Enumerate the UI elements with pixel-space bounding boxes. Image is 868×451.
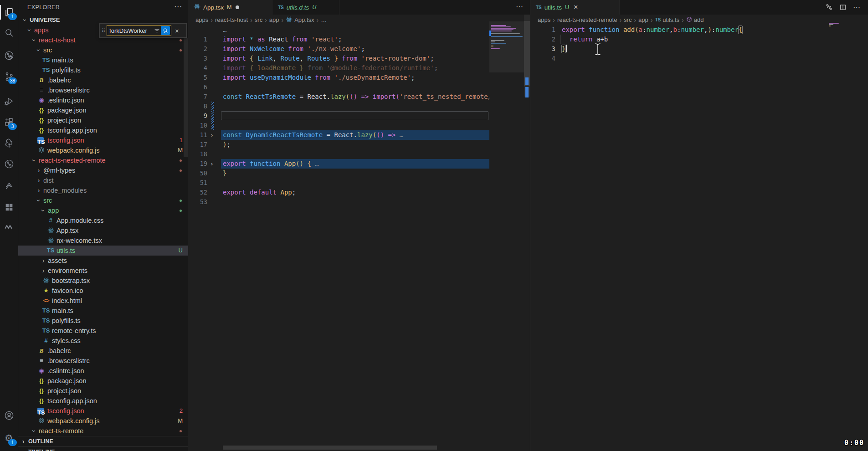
tree-item--browserslistrc[interactable]: ≡.browserslistrc bbox=[18, 85, 188, 95]
activity-item-extensions[interactable]: 3 bbox=[0, 113, 18, 131]
breadcrumb-item-react-ts-nested-remote[interactable]: react-ts-nested-remote bbox=[557, 16, 617, 23]
tree-item-index-html[interactable]: <>index.html bbox=[18, 296, 188, 306]
breadcrumb-item-src[interactable]: src bbox=[624, 16, 632, 23]
badge: 38 bbox=[8, 77, 17, 84]
drag-handle-icon[interactable]: ⠿ bbox=[102, 28, 105, 34]
breadcrumb-item-utils-ts[interactable]: TSutils.ts bbox=[655, 16, 679, 23]
tree-item-utils-ts[interactable]: TSutils.tsU bbox=[18, 246, 188, 256]
activity-item-grid-extension[interactable] bbox=[0, 198, 18, 216]
breadcrumb-item-app[interactable]: app bbox=[638, 16, 648, 23]
editor-scrollbar[interactable] bbox=[524, 21, 530, 86]
breadcrumb-item--[interactable]: … bbox=[321, 16, 327, 23]
tree-item-tsconfig-app-json[interactable]: {}tsconfig.app.json bbox=[18, 396, 188, 406]
tree-item-src[interactable]: ›src bbox=[18, 45, 188, 55]
git-change-dot bbox=[180, 430, 182, 432]
compare-changes-icon[interactable] bbox=[825, 3, 833, 11]
breadcrumb-item-app-tsx[interactable]: App.tsx bbox=[286, 16, 314, 24]
tree-item--mf-types[interactable]: ›@mf-types bbox=[18, 165, 188, 175]
tree-find-input[interactable] bbox=[107, 27, 154, 34]
tree-item-package-json[interactable]: {}package.json bbox=[18, 376, 188, 386]
activity-item-remote-explorer[interactable] bbox=[0, 46, 18, 65]
dirty-indicator-icon[interactable] bbox=[236, 5, 239, 9]
activity-item-git-graph[interactable] bbox=[0, 155, 18, 173]
breadcrumb-item-src[interactable]: src bbox=[255, 16, 262, 23]
breadcrumb-item-app[interactable]: app bbox=[269, 16, 279, 23]
tree-item-project-json[interactable]: {}project.json bbox=[18, 115, 188, 125]
tree-item-app-module-css[interactable]: #App.module.css bbox=[18, 215, 188, 226]
tab-app-tsx[interactable]: App.tsxM bbox=[188, 0, 272, 15]
tree-item-react-ts-remote[interactable]: ›react-ts-remote bbox=[18, 426, 188, 436]
sidebar-more-actions-icon[interactable]: ⋯ bbox=[174, 2, 182, 11]
split-editor-icon[interactable] bbox=[839, 3, 847, 11]
tree-item-tsconfig-json[interactable]: TStsconfig.json1 bbox=[18, 135, 188, 145]
tree-item-environments[interactable]: ›environments bbox=[18, 266, 188, 276]
tree-item-app-tsx[interactable]: App.tsx bbox=[18, 226, 188, 236]
tree-item-package-json[interactable]: {}package.json bbox=[18, 105, 188, 115]
tree-item-project-json[interactable]: {}project.json bbox=[18, 386, 188, 396]
fold-chevron-icon[interactable]: › bbox=[210, 159, 214, 169]
tree-item-dist[interactable]: ›dist bbox=[18, 175, 188, 185]
tree-item-node-modules[interactable]: ›node_modules bbox=[18, 185, 188, 195]
tree-item--eslintrc-json[interactable]: ◉.eslintrc.json bbox=[18, 366, 188, 376]
circle-branch-icon bbox=[4, 159, 15, 169]
tree-item-nx-welcome-tsx[interactable]: nx-welcome.tsx bbox=[18, 236, 188, 246]
tree-item-main-ts[interactable]: TSmain.ts bbox=[18, 306, 188, 316]
code-line-52: 52export default App; bbox=[188, 188, 489, 197]
activity-item-explorer[interactable]: 1 bbox=[0, 3, 18, 21]
tree-item-react-ts-nested-remote[interactable]: ›react-ts-nested-remote bbox=[18, 155, 188, 165]
babel-icon: B bbox=[37, 346, 46, 356]
tree-item--eslintrc-json[interactable]: ◉.eslintrc.json bbox=[18, 95, 188, 105]
tree-item-webpack-config-js[interactable]: webpack.config.jsM bbox=[18, 416, 188, 426]
tree-item-webpack-config-js[interactable]: webpack.config.jsM bbox=[18, 145, 188, 155]
fuzzy-search-toggle-icon[interactable] bbox=[161, 26, 170, 35]
tree-item-bootstrap-tsx[interactable]: bootstrap.tsx bbox=[18, 276, 188, 286]
section-outline[interactable]: ›OUTLINE bbox=[18, 436, 188, 446]
tree-item--babelrc[interactable]: B.babelrc bbox=[18, 346, 188, 356]
tree-item--babelrc[interactable]: B.babelrc bbox=[18, 75, 188, 85]
tree-item-main-ts[interactable]: TSmain.ts bbox=[18, 55, 188, 65]
breadcrumb-item-add[interactable]: add bbox=[686, 16, 704, 24]
tree-item-remote-entry-ts[interactable]: TSremote-entry.ts bbox=[18, 326, 188, 336]
breadcrumb-item-apps[interactable]: apps bbox=[195, 16, 208, 23]
badge: 1 bbox=[8, 13, 17, 20]
code-line-3: 3} bbox=[530, 44, 868, 54]
tree-item-tsconfig-json[interactable]: TStsconfig.json2 bbox=[18, 406, 188, 416]
tree-item-polyfills-ts[interactable]: TSpolyfills.ts bbox=[18, 65, 188, 75]
sidebar-scrollbar[interactable] bbox=[184, 38, 188, 157]
close-icon[interactable]: × bbox=[574, 4, 578, 11]
filter-icon[interactable] bbox=[154, 28, 160, 34]
activity-item-source-control[interactable]: 38 bbox=[0, 67, 18, 86]
code-editor-utils-ts[interactable]: 1export function add(a:number,b:number,)… bbox=[530, 25, 868, 63]
tree-item--browserslistrc[interactable]: ≡.browserslistrc bbox=[18, 356, 188, 366]
tree-item-assets[interactable]: ›assets bbox=[18, 256, 188, 266]
tab-utils-ts[interactable]: TSutils.tsU× bbox=[530, 0, 620, 15]
activity-item-wave-extension[interactable] bbox=[0, 217, 18, 236]
editor-more-actions-icon[interactable]: ⋯ bbox=[516, 2, 524, 11]
horizontal-scrollbar[interactable] bbox=[223, 446, 437, 450]
tree-item-src[interactable]: ›src bbox=[18, 195, 188, 205]
editor-group-right[interactable]: TSutils.tsU× ⋯ apps›react-ts-nested-remo… bbox=[530, 0, 868, 451]
breadcrumb-item-react-ts-host[interactable]: react-ts-host bbox=[215, 16, 248, 23]
section-timeline[interactable]: ›TIMELINE bbox=[18, 446, 188, 451]
activity-item-search[interactable] bbox=[0, 24, 18, 42]
tree-item-app[interactable]: ›app bbox=[18, 205, 188, 215]
tree-item-tsconfig-app-json[interactable]: {}tsconfig.app.json bbox=[18, 125, 188, 135]
fold-chevron-icon[interactable]: › bbox=[210, 130, 214, 140]
close-icon[interactable]: × bbox=[175, 27, 179, 35]
activity-item-run-debug[interactable] bbox=[0, 92, 18, 110]
tree-item-favicon-ico[interactable]: ★favicon.ico bbox=[18, 286, 188, 296]
eslint-icon: ◉ bbox=[37, 95, 46, 105]
more-actions-icon[interactable]: ⋯ bbox=[853, 3, 861, 11]
sidebar-title: EXPLORER bbox=[27, 4, 60, 10]
editor-group-left[interactable]: App.tsxMTSutils.d.tsU ⋯ apps›react-ts-ho… bbox=[188, 0, 530, 451]
activity-item-settings[interactable]: ⚙1 bbox=[0, 429, 18, 447]
tree-item-polyfills-ts[interactable]: TSpolyfills.ts bbox=[18, 316, 188, 326]
tab-utils-d-ts[interactable]: TSutils.d.tsU bbox=[272, 0, 339, 15]
activity-bar: 1383⚙1 bbox=[0, 0, 18, 451]
activity-item-testing-tree[interactable] bbox=[0, 134, 18, 153]
tree-item-styles-css[interactable]: #styles.css bbox=[18, 336, 188, 346]
breadcrumb-item-apps[interactable]: apps bbox=[538, 16, 550, 23]
activity-item-accounts[interactable] bbox=[0, 406, 18, 425]
activity-item-nx-console[interactable] bbox=[0, 176, 18, 195]
code-editor-app-tsx[interactable]: …1import * as React from 'react';2import… bbox=[188, 25, 489, 207]
